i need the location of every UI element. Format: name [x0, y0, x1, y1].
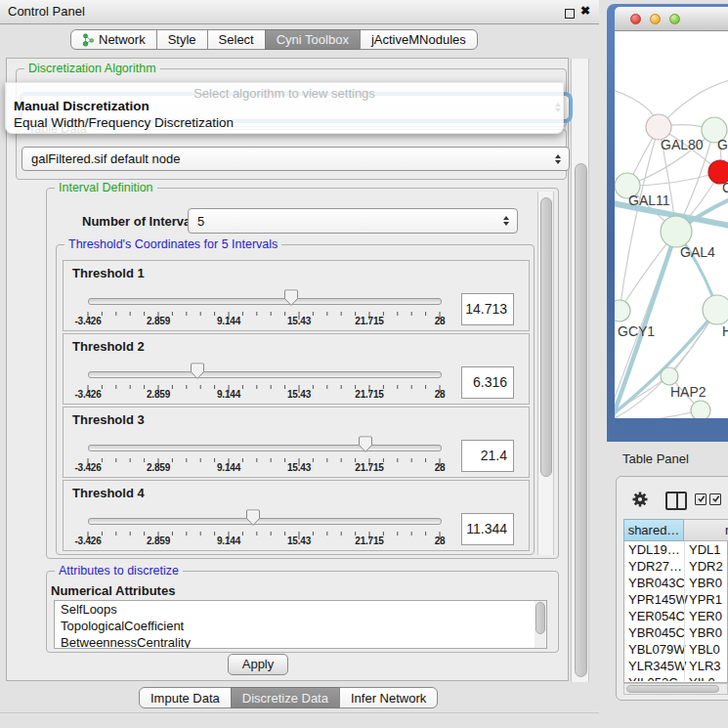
table-row[interactable]: YPR145WYPR1: [623, 591, 727, 608]
table-column-header-shared[interactable]: shared…: [623, 519, 684, 541]
table-cell: YBR0: [684, 575, 727, 591]
numerical-attributes-list[interactable]: SelfLoopsTopologicalCoefficientBetweenne…: [54, 600, 547, 649]
zoom-traffic-light[interactable]: [669, 14, 680, 24]
table-row[interactable]: YER054CYER0: [623, 608, 727, 624]
table-row[interactable]: YLR345WYLR3: [623, 658, 727, 674]
axis-tick-label: -3.426: [68, 316, 107, 326]
numerical-attributes-label: Numerical Attributes: [51, 583, 175, 598]
threshold-1-slider-thumb[interactable]: [283, 289, 299, 311]
node-top-right-label: G: [717, 137, 728, 152]
threshold-panel-3: Threshold 3-3.4262.8599.14415.4321.71528…: [63, 407, 530, 478]
tab-jactivemnodules[interactable]: jActiveMNodules: [360, 29, 478, 50]
bottom-tab-infer-network-label: Infer Network: [351, 689, 426, 707]
close-traffic-light[interactable]: [630, 14, 641, 24]
threshold-3-slider-thumb[interactable]: [358, 436, 373, 457]
panel-bottom-edge: [0, 712, 599, 713]
node-gal4[interactable]: [661, 216, 692, 247]
network-canvas[interactable]: GAL80GCGAL11GAL4GCY1HHAP2: [615, 31, 728, 418]
threshold-2-value-field[interactable]: 6.316: [461, 366, 514, 399]
axis-tick-label: 9.144: [209, 316, 248, 326]
threshold-4-label: Threshold 4: [72, 486, 145, 500]
axis-tick-label: 2.859: [139, 389, 178, 400]
table-column-divider: [684, 541, 685, 681]
close-icon[interactable]: ✖: [580, 4, 590, 18]
number-of-intervals-value: 5: [197, 214, 204, 229]
threshold-1-slider-track[interactable]: [88, 298, 442, 305]
bottom-tab-impute-data[interactable]: Impute Data: [139, 687, 232, 708]
node-hap2[interactable]: [661, 367, 678, 385]
bottom-tab-discretize-data[interactable]: Discretize Data: [231, 687, 340, 708]
interval-definition-title: Interval Definition: [55, 181, 157, 194]
table-cell: YER0: [684, 608, 727, 624]
node-gcy1[interactable]: [615, 300, 630, 321]
tab-cyni-toolbox[interactable]: Cyni Toolbox: [265, 29, 361, 50]
node-right-mid[interactable]: [703, 295, 728, 324]
table-cell: YDR27…: [623, 558, 684, 575]
dropdown-option-manual-discretization[interactable]: Manual Discretization: [14, 99, 150, 114]
table-panel-title: Table Panel: [622, 451, 689, 466]
column-layout-icon[interactable]: [665, 492, 687, 510]
combo-stepper-icon: [503, 216, 509, 226]
minimize-traffic-light[interactable]: [650, 14, 661, 24]
interval-scrollbar-track[interactable]: [537, 192, 554, 555]
table-row[interactable]: YBR043CYBR0: [623, 575, 727, 591]
node-gal11-label: GAL11: [628, 193, 670, 208]
list-item-selfloops[interactable]: SelfLoops: [55, 601, 546, 618]
table-hscrollbar-track[interactable]: [623, 683, 728, 695]
threshold-3-label: Threshold 3: [72, 412, 145, 427]
axis-tick-label: 2.859: [139, 535, 178, 546]
axis-tick-label: 28: [420, 462, 459, 473]
network-icon: [82, 33, 95, 47]
node-gcy1-label: GCY1: [618, 323, 655, 339]
threshold-panel-1: Threshold 1-3.4262.8599.14415.4321.71528…: [63, 260, 530, 331]
table-data-combo[interactable]: galFiltered.sif default node: [21, 147, 570, 171]
node-bottom[interactable]: [691, 401, 710, 418]
checkbox-icon[interactable]: [709, 493, 721, 505]
tab-select-label: Select: [219, 30, 254, 49]
list-scrollbar-track[interactable]: [535, 601, 546, 648]
tab-style[interactable]: Style: [156, 29, 208, 50]
threshold-panel-4: Threshold 4-3.4262.8599.14415.4321.71528…: [63, 480, 530, 551]
list-scrollbar-thumb[interactable]: [535, 602, 545, 634]
apply-button[interactable]: Apply: [228, 654, 288, 675]
tab-cyni-toolbox-label: Cyni Toolbox: [277, 30, 349, 49]
list-item-betweennesscentrality[interactable]: BetweennessCentrality: [55, 634, 546, 649]
threshold-4-slider-thumb[interactable]: [245, 509, 261, 531]
panel-scrollbar-thumb[interactable]: [575, 163, 587, 677]
table-cell: YIL0: [684, 674, 727, 681]
threshold-3-value-field[interactable]: 21.4: [461, 440, 514, 472]
axis-tick-label: 15.43: [279, 389, 319, 400]
tab-network[interactable]: Network: [70, 29, 157, 50]
interval-scrollbar-thumb[interactable]: [540, 197, 552, 477]
threshold-2-slider-thumb[interactable]: [190, 363, 205, 384]
table-cell: YBR0: [684, 624, 727, 641]
axis-tick-label: -3.426: [68, 389, 107, 400]
table-column-header-name[interactable]: n: [684, 519, 728, 541]
threshold-3-slider-track[interactable]: [88, 445, 442, 451]
axis-tick-label: 15.43: [279, 535, 319, 546]
table-row[interactable]: YIL052CYIL0: [623, 674, 727, 681]
list-item-topologicalcoefficient[interactable]: TopologicalCoefficient: [55, 618, 546, 634]
network-graph: GAL80GCGAL11GAL4GCY1HHAP2: [615, 31, 728, 418]
float-window-icon[interactable]: [565, 9, 575, 19]
table-row[interactable]: YBL079WYBL0: [623, 641, 727, 658]
axis-tick-label: -3.426: [68, 535, 107, 546]
table-row[interactable]: YDL19…YDL1: [623, 541, 727, 558]
threshold-4-value-field[interactable]: 11.344: [461, 513, 514, 545]
tab-select[interactable]: Select: [207, 29, 266, 50]
threshold-2-slider-track[interactable]: [88, 371, 442, 378]
table-hscrollbar-thumb[interactable]: [626, 685, 719, 693]
checkbox-icon[interactable]: [695, 493, 707, 505]
table-row[interactable]: YDR27…YDR2: [623, 558, 727, 575]
dropdown-option-equal-width-frequency-discretization[interactable]: Equal Width/Frequency Discretization: [14, 115, 234, 131]
threshold-4-slider-track[interactable]: [88, 518, 442, 525]
threshold-2-label: Threshold 2: [72, 339, 145, 354]
number-of-intervals-label: Number of Intervals: [82, 214, 201, 229]
panel-scrollbar-track[interactable]: [571, 59, 589, 682]
number-of-intervals-combo[interactable]: 5: [188, 208, 518, 234]
table-row[interactable]: YBR045CYBR0: [623, 624, 727, 641]
bottom-tab-infer-network[interactable]: Infer Network: [339, 687, 438, 708]
threshold-1-value-field[interactable]: 14.713: [461, 293, 514, 325]
gear-icon[interactable]: [631, 491, 649, 508]
axis-tick-label: -3.426: [68, 462, 107, 473]
